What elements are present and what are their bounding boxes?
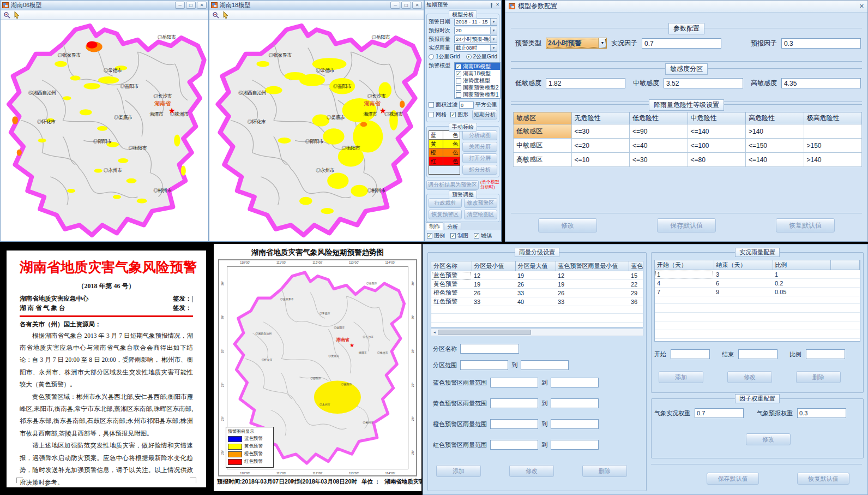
actual-action-button[interactable]: 添加 [659,371,703,383]
range-max-input[interactable] [551,398,599,408]
grid-checkbox[interactable] [429,112,434,117]
factor-input[interactable]: 0.3 [781,38,861,49]
panel-tab[interactable]: 分析 [444,223,461,230]
cursor-icon[interactable] [223,11,229,19]
short-term-analyze-button[interactable]: 短期分析 [472,110,497,120]
checkbox-icon[interactable]: ✓ [456,64,461,69]
manual-action-button[interactable]: 关闭分屏 [462,142,497,152]
chevron-down-icon[interactable]: ▼ [598,38,606,48]
actual-action-button[interactable]: 修改 [727,371,772,383]
maximize-button[interactable]: ▢ [401,2,411,9]
model-list-item[interactable]: 潜势度模型 [455,77,500,84]
sensitivity-input[interactable]: 1.82 [546,78,625,88]
panel-header[interactable]: 短期预警 ✕ [425,1,501,9]
grading-action-button[interactable]: 修改 [509,465,554,477]
range-min-input[interactable] [490,378,538,387]
manual-action-button[interactable]: 分析成图 [462,130,497,140]
defaults-action-button[interactable]: 恢复默认值 [797,473,849,485]
dropdown[interactable]: 20 ▼ [454,27,497,34]
bottom-checkbox-wrap[interactable]: ✓ 城镇 [474,232,492,240]
forecast-weight-input[interactable]: 0.3 [797,408,846,418]
pin-icon[interactable] [489,2,494,8]
sensitivity-input[interactable]: 3.52 [664,78,743,88]
table-row[interactable]: 蓝色预警12 1912 15 [431,271,643,280]
color-row[interactable]: 红 色 [429,157,460,166]
start-input[interactable] [671,349,710,359]
defaults-action-button[interactable]: 保存默认值 [707,473,759,485]
table-row[interactable]: 46 0.2 [655,279,860,288]
zone-range-min-input[interactable] [460,360,508,370]
actual-rain-table-wrap[interactable]: 开始（天）结束（天）比例 13 1 46 0.2 79 0.05 [654,260,860,342]
dialog-action-button[interactable]: 恢复默认值 [776,218,835,232]
close-button[interactable]: ✕ [412,2,422,9]
minimize-button[interactable]: ─ [390,2,400,9]
result-to-warning-button[interactable]: 调分析结果为预警区 [426,180,479,190]
bottom-checkbox-wrap[interactable]: ✓ 图例 [427,232,445,240]
table-row[interactable]: 中敏感区<=20 <=40<=100 <=150>150 [514,139,862,153]
manual-action-button[interactable]: 拆分分析 [462,165,497,175]
close-button[interactable]: ✕ [197,2,207,9]
zone-range-max-input[interactable] [521,360,569,370]
adjust-action-button[interactable]: 修改预警区 [464,198,497,208]
range-min-input[interactable] [490,419,538,429]
horizontal-scrollbar[interactable]: ◄ [431,329,643,336]
warning-type-dropdown[interactable]: 24小时预警 ▼ [546,38,607,49]
zoom-icon[interactable] [3,11,10,19]
model-list-item[interactable]: 国家预警模型2 [455,84,500,91]
checkbox-icon[interactable]: ✓ [474,233,479,238]
map2-canvas[interactable]: ◎岳阳市◎张家界市◎常德市◎益阳市◎湘西自治州◎长沙市◎怀化市◎娄底市湘潭市◎株… [209,20,424,241]
table-row[interactable]: 低敏感区<=30 <=90<=140 >140 [514,124,862,139]
grading-action-button[interactable]: 删除 [582,465,627,477]
adjust-action-button[interactable]: 恢复预警区 [429,210,462,219]
dialog-action-button[interactable]: 修改 [538,218,597,232]
panel-tab[interactable]: 制作 [426,222,443,230]
checkbox-icon[interactable] [456,92,461,98]
table-row[interactable]: 高敏感区<=10 <=30<=80 <=140>140 [514,153,862,167]
sensitivity-input[interactable]: 4.35 [781,78,861,88]
table-row[interactable]: 红色预警33 4033 36 [431,297,643,306]
chevron-down-icon[interactable]: ▼ [490,19,497,25]
table-row[interactable]: 13 1 [655,270,860,279]
window1-titlebar[interactable]: 湖南06模型 ─ ▢ ✕ [1,1,208,10]
adjust-action-button[interactable]: 行政裁剪 [429,198,462,208]
actual-weight-input[interactable]: 0.7 [695,408,744,418]
chevron-down-icon[interactable]: ▼ [490,27,497,34]
table-row[interactable]: 橙色预警26 3326 29 [431,289,643,297]
table-row[interactable]: 79 0.05 [655,288,860,296]
grid-checkbox-wrap[interactable]: 网格 [429,111,447,118]
model-list-item[interactable]: ✓ 湖南06模型 [455,63,500,70]
end-input[interactable] [738,349,777,359]
grading-action-button[interactable]: 添加 [436,465,481,477]
manual-action-button[interactable]: 打开分屏 [462,153,497,163]
radio-option[interactable]: ● 2公里Grid [466,53,497,61]
warning-model-list[interactable]: ✓ 湖南06模型 ✓ 湖南18模型 潜势度模型 [454,62,501,99]
range-max-input[interactable] [551,440,599,450]
checkbox-icon[interactable]: ✓ [450,233,456,238]
chevron-down-icon[interactable]: ▼ [490,36,497,43]
rain-grading-table-wrap[interactable]: 分区名称分区最小值分区最大值蓝色预警区雨量最小值蓝色预 蓝色预警12 1912 … [431,261,643,327]
maximize-button[interactable]: ▢ [186,2,196,9]
graph-checkbox[interactable]: ✓ [450,112,456,117]
zoom-icon[interactable] [212,11,219,19]
area-filter-checkbox[interactable] [429,102,434,108]
model-list-item[interactable]: ✓ 湖南18模型 [455,70,500,77]
model-list-item[interactable]: 国家预警模型1 [455,91,500,98]
scrollbar-thumb[interactable] [438,330,531,335]
range-min-input[interactable] [490,440,538,450]
table-row[interactable]: 黄色预警19 2619 22 [431,280,643,289]
color-row[interactable]: 黄 色 [429,140,460,148]
dropdown[interactable]: 截止08时 ▼ [454,44,497,52]
checkbox-icon[interactable]: ✓ [427,233,432,238]
color-row[interactable]: 蓝 色 [429,131,460,140]
scroll-left-icon[interactable]: ◄ [431,331,438,334]
weight-modify-button[interactable]: 修改 [746,433,791,445]
radio-icon[interactable] [429,54,434,59]
color-row[interactable]: 橙 色 [429,148,460,157]
chevron-down-icon[interactable]: ▼ [490,45,497,51]
dialog-close-icon[interactable]: ✕ [859,3,864,10]
dialog-titlebar[interactable]: 模型参数配置 ✕ [505,1,867,13]
cursor-icon[interactable] [14,11,20,19]
map1-canvas[interactable]: ◎岳阳市◎张家界市◎常德市◎益阳市◎湘西自治州◎长沙市◎怀化市◎娄底市湘潭市◎株… [1,20,208,241]
minimize-button[interactable]: ─ [175,2,185,9]
checkbox-icon[interactable]: ✓ [456,71,461,76]
